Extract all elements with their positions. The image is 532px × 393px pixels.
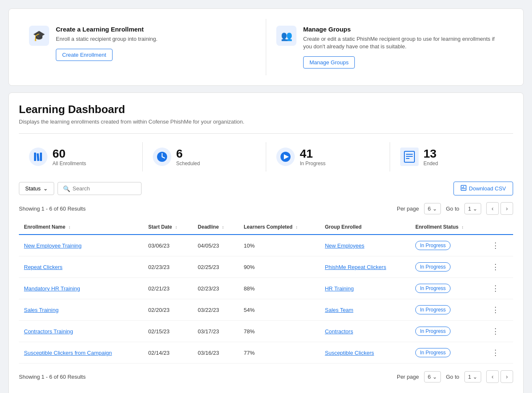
stat-all-number: 60 <box>52 147 86 161</box>
table-body: New Employee Training 03/06/23 04/05/23 … <box>19 235 513 364</box>
prev-page-button-top[interactable]: ‹ <box>486 202 499 215</box>
download-icon <box>461 185 466 192</box>
more-options-button-5[interactable]: ⋮ <box>489 347 502 358</box>
play-icon <box>276 148 295 166</box>
enrollment-name-link-0[interactable]: New Employee Training <box>24 243 81 249</box>
download-csv-button[interactable]: Download CSV <box>453 182 513 195</box>
cell-status-2: In Progress <box>410 278 484 299</box>
go-to-chevron-icon: ⌄ <box>473 206 477 212</box>
group-enrolled-link-5[interactable]: Susceptible Clickers <box>325 350 374 356</box>
go-to-value-bottom: 1 <box>468 374 471 380</box>
cell-status-3: In Progress <box>410 299 484 321</box>
per-page-select-bottom[interactable]: 6 ⌄ <box>424 371 441 382</box>
enrollment-name-link-3[interactable]: Sales Training <box>24 307 58 313</box>
group-enrolled-link-1[interactable]: PhishMe Repeat Clickers <box>325 264 386 270</box>
cell-start-date-3: 02/20/23 <box>143 299 193 321</box>
more-options-button-0[interactable]: ⋮ <box>489 240 502 251</box>
group-enrolled-link-0[interactable]: New Employees <box>325 243 364 249</box>
table-row: Susceptible Clickers from Campaign 02/14… <box>19 342 513 364</box>
manage-groups-content: Manage Groups Create or edit a static Ph… <box>303 26 503 69</box>
enrollment-name-link-1[interactable]: Repeat Clickers <box>24 264 63 270</box>
group-enrolled-link-3[interactable]: Sales Team <box>325 307 354 313</box>
enrollment-name-link-4[interactable]: Contractors Training <box>24 328 73 335</box>
sort-enrollment-name-icon[interactable]: ↕ <box>68 225 71 229</box>
cell-more-2: ⋮ <box>484 278 513 299</box>
svg-text:🎓: 🎓 <box>33 29 45 42</box>
status-badge-3: In Progress <box>415 305 450 314</box>
cell-group-4: Contractors <box>320 321 410 342</box>
per-page-chevron-bottom-icon: ⌄ <box>432 374 437 380</box>
stat-scheduled: 6 Scheduled <box>143 142 267 171</box>
manage-groups-description: Create or edit a static PhishMe recipien… <box>303 35 503 50</box>
dashboard-subtitle: Displays the learning enrollments create… <box>19 119 513 125</box>
stats-row: 60 All Enrollments 6 Scheduled <box>19 142 513 171</box>
col-start-date: Start Date ↕ <box>143 220 193 235</box>
enrollment-name-link-2[interactable]: Mandatory HR Training <box>24 285 80 292</box>
search-wrapper[interactable]: 🔍 <box>58 182 142 195</box>
per-page-label-bottom: Per page <box>397 374 419 380</box>
group-enrolled-link-2[interactable]: HR Training <box>325 285 354 292</box>
cell-start-date-1: 02/23/23 <box>143 256 193 278</box>
group-enrolled-link-4[interactable]: Contractors <box>325 328 353 335</box>
create-enrollment-button[interactable]: Create Enrollment <box>56 49 113 61</box>
prev-page-button-bottom[interactable]: ‹ <box>486 370 499 383</box>
cell-deadline-5: 03/16/23 <box>193 342 238 364</box>
enrollments-table: Enrollment Name ↕ Start Date ↕ Deadline … <box>19 220 513 364</box>
next-page-button-bottom[interactable]: › <box>501 370 513 383</box>
cell-status-1: In Progress <box>410 256 484 278</box>
cell-learners-3: 54% <box>239 299 320 321</box>
enrollment-name-link-5[interactable]: Susceptible Clickers from Campaign <box>24 350 112 356</box>
table-row: Repeat Clickers 02/23/23 02/25/23 90% Ph… <box>19 256 513 278</box>
status-badge-5: In Progress <box>415 348 450 357</box>
cell-deadline-2: 02/23/23 <box>193 278 238 299</box>
cell-more-0: ⋮ <box>484 235 513 256</box>
go-to-select-bottom[interactable]: 1 ⌄ <box>464 371 481 382</box>
cell-learners-0: 10% <box>239 235 320 256</box>
more-options-button-4[interactable]: ⋮ <box>489 326 502 337</box>
status-filter-button[interactable]: Status ⌄ <box>19 182 54 195</box>
chevron-down-icon: ⌄ <box>43 185 48 192</box>
per-page-select-top[interactable]: 6 ⌄ <box>424 203 441 214</box>
status-label: Status <box>25 185 41 192</box>
pagination-nav-bottom: ‹ › <box>486 370 513 383</box>
stat-ended-number: 13 <box>424 147 438 161</box>
cell-more-5: ⋮ <box>484 342 513 364</box>
cell-start-date-4: 02/15/23 <box>143 321 193 342</box>
sort-learners-icon[interactable]: ↕ <box>296 225 298 229</box>
create-enrollment-description: Enroll a static recipient group into tra… <box>56 35 157 43</box>
cell-deadline-3: 03/22/23 <box>193 299 238 321</box>
status-badge-2: In Progress <box>415 284 450 293</box>
table-row: Mandatory HR Training 02/21/23 02/23/23 … <box>19 278 513 299</box>
next-page-button-top[interactable]: › <box>501 202 513 215</box>
stat-scheduled-number: 6 <box>176 147 200 161</box>
svg-rect-7 <box>40 153 42 161</box>
cell-group-3: Sales Team <box>320 299 410 321</box>
svg-rect-5 <box>34 153 36 161</box>
sort-start-date-icon[interactable]: ↕ <box>175 225 177 229</box>
sort-status-icon[interactable]: ↕ <box>461 225 464 229</box>
go-to-select-top[interactable]: 1 ⌄ <box>464 203 481 214</box>
go-to-value-top: 1 <box>468 206 471 212</box>
per-page-chevron-icon: ⌄ <box>432 206 437 212</box>
cell-more-3: ⋮ <box>484 299 513 321</box>
stat-inprogress-label: In Progress <box>300 161 325 166</box>
table-row: Contractors Training 02/15/23 03/17/23 7… <box>19 321 513 342</box>
col-deadline: Deadline ↕ <box>193 220 238 235</box>
results-showing-bottom: Showing 1 - 6 of 60 Results <box>19 374 86 380</box>
col-enrollment-status: Enrollment Status ↕ <box>410 220 484 235</box>
cell-enrollment-name-3: Sales Training <box>19 299 143 321</box>
more-options-button-3[interactable]: ⋮ <box>489 304 502 315</box>
search-input[interactable] <box>73 185 136 192</box>
cell-start-date-0: 03/06/23 <box>143 235 193 256</box>
cell-status-5: In Progress <box>410 342 484 364</box>
manage-groups-button[interactable]: Manage Groups <box>303 56 355 69</box>
more-options-button-2[interactable]: ⋮ <box>489 283 502 294</box>
sort-deadline-icon[interactable]: ↕ <box>222 225 224 229</box>
svg-text:👥: 👥 <box>281 30 293 42</box>
cell-deadline-4: 03/17/23 <box>193 321 238 342</box>
toolbar-left: Status ⌄ 🔍 <box>19 182 142 195</box>
more-options-button-1[interactable]: ⋮ <box>489 261 502 272</box>
dashboard-title: Learning Dashboard <box>19 103 513 116</box>
create-enrollment-icon: 🎓 <box>29 26 49 46</box>
cell-status-4: In Progress <box>410 321 484 342</box>
